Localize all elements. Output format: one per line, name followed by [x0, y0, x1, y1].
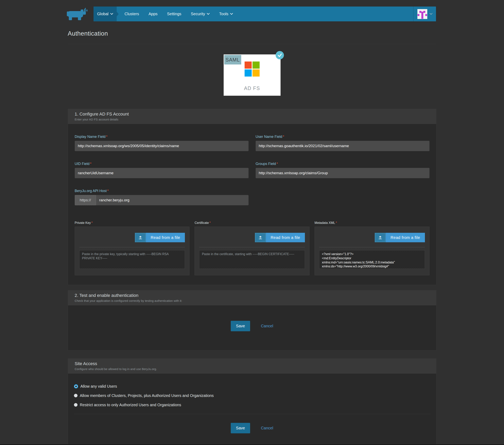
upload-icon — [255, 233, 266, 242]
required-marker: * — [91, 221, 92, 224]
chevron-down-icon — [230, 13, 233, 15]
metadata-xml-column: Metadata XML* Read from a file — [315, 221, 430, 275]
https-prefix-addon: https:// — [75, 195, 96, 205]
rancher-logo[interactable] — [67, 7, 88, 20]
nav-label: Settings — [167, 12, 181, 16]
radio-restrict-access[interactable]: Restrict access to only Authorized Users… — [74, 402, 430, 408]
required-marker: * — [283, 135, 284, 139]
user-name-input[interactable] — [256, 141, 430, 151]
ms-yellow-square — [252, 69, 260, 76]
metadata-xml-panel: Read from a file <?xml version="1.0"?> <… — [315, 227, 430, 275]
nav-item-settings[interactable]: Settings — [162, 6, 186, 21]
field-label: Private Key* — [75, 221, 93, 224]
radio-selected-icon — [74, 384, 78, 389]
metadata-xml-textarea[interactable]: <?xml version="1.0"?> <md:EntityDescript… — [319, 250, 425, 269]
read-from-file-button[interactable]: Read from a file — [135, 233, 185, 242]
section-header: 1. Configure AD FS Account Enter your AD… — [68, 109, 436, 124]
certificate-textarea[interactable] — [199, 250, 305, 269]
header: Global Clusters Apps Settings Security T… — [0, 0, 504, 21]
nav-item-clusters[interactable]: Clusters — [120, 6, 144, 21]
chevron-down-icon — [207, 13, 210, 15]
upload-icon — [375, 233, 386, 242]
nav-label: Clusters — [125, 12, 139, 16]
saml-badge: SAML — [224, 55, 241, 64]
panel-divider — [319, 247, 425, 247]
field-uid: UID Field* — [75, 162, 249, 178]
section-header: Site Access Configure who should be allo… — [68, 359, 436, 374]
provider-name: AD FS — [224, 85, 281, 91]
certificate-column: Certificate* Read from a file — [195, 221, 309, 275]
private-key-column: Private Key* Read from a file — [75, 221, 190, 275]
read-from-file-button[interactable]: Read from a file — [375, 233, 425, 242]
provider-card-row: SAML AD FS — [68, 54, 436, 96]
section-site-access: Site Access Configure who should be allo… — [68, 358, 436, 445]
ms-green-square — [252, 61, 260, 69]
panel-divider — [199, 247, 305, 247]
section-header: 2. Test and enable authentication Check … — [68, 290, 436, 305]
required-marker: * — [107, 189, 109, 193]
save-button[interactable]: Save — [231, 321, 250, 331]
required-marker: * — [336, 221, 337, 224]
radio-allow-members[interactable]: Allow members of Clusters, Projects, plu… — [74, 393, 430, 398]
radio-label: Allow members of Clusters, Projects, plu… — [80, 393, 214, 398]
section-title: 2. Test and enable authentication — [75, 293, 430, 298]
cancel-link[interactable]: Cancel — [261, 426, 273, 430]
read-from-file-button[interactable]: Read from a file — [255, 233, 305, 242]
section-configure-account: 1. Configure AD FS Account Enter your AD… — [68, 109, 436, 285]
identicon-icon — [417, 9, 427, 19]
provider-card-adfs[interactable]: SAML AD FS — [224, 54, 281, 96]
nav-item-tools[interactable]: Tools — [214, 6, 238, 21]
nav-label: Apps — [148, 12, 158, 16]
radio-icon — [74, 403, 77, 407]
nav-item-global[interactable]: Global — [93, 6, 117, 21]
read-from-file-label: Read from a file — [386, 233, 425, 242]
save-button[interactable]: Save — [231, 423, 250, 433]
field-groups: Groups Field* — [256, 162, 430, 178]
uid-input[interactable] — [75, 168, 249, 178]
read-from-file-label: Read from a file — [266, 233, 305, 242]
main-content: Authentication SAML AD FS 1. Configur — [68, 21, 436, 445]
user-avatar — [417, 9, 427, 19]
nav-active-notch — [117, 12, 119, 17]
chevron-down-icon — [430, 13, 432, 15]
field-label: User Name Field* — [256, 135, 430, 139]
cancel-link[interactable]: Cancel — [261, 324, 273, 328]
field-label: Metadata XML* — [315, 221, 337, 224]
field-label: Display Name Field* — [75, 135, 249, 139]
private-key-panel: Read from a file — [75, 227, 190, 275]
field-label: BeryJu.org API Host* — [75, 189, 249, 193]
form-grid: Display Name Field* User Name Field* UID… — [75, 135, 430, 178]
section-title: 1. Configure AD FS Account — [75, 111, 430, 117]
title-divider — [68, 44, 436, 44]
section-test-enable: 2. Test and enable authentication Check … — [68, 290, 436, 351]
ms-red-square — [245, 61, 252, 69]
field-label: Certificate* — [195, 221, 211, 224]
field-label: Groups Field* — [256, 162, 430, 166]
section-body: Allow any valid Users Allow members of C… — [68, 374, 436, 445]
page: Global Clusters Apps Settings Security T… — [0, 0, 504, 445]
field-label: UID Field* — [75, 162, 249, 166]
field-api-host: BeryJu.org API Host* https:// — [75, 189, 249, 205]
top-nav: Global Clusters Apps Settings Security T… — [93, 6, 436, 21]
nav-item-security[interactable]: Security — [186, 6, 214, 21]
groups-input[interactable] — [256, 168, 430, 178]
microsoft-logo-icon — [245, 61, 260, 76]
section-subtitle: Configure who should be allowed to log i… — [75, 367, 430, 371]
user-menu[interactable] — [413, 6, 436, 21]
display-name-input[interactable] — [75, 141, 249, 151]
upload-icon — [135, 233, 146, 242]
selected-check-icon — [276, 51, 284, 59]
nav-item-apps[interactable]: Apps — [144, 6, 162, 21]
field-user-name: User Name Field* — [256, 135, 430, 151]
field-display-name: Display Name Field* — [75, 135, 249, 151]
required-marker: * — [106, 135, 108, 139]
radio-icon — [74, 394, 77, 397]
nav-label: Security — [191, 12, 205, 16]
required-marker: * — [277, 162, 278, 166]
api-host-input[interactable] — [96, 195, 249, 205]
radio-allow-any-valid-users[interactable]: Allow any valid Users — [74, 384, 430, 389]
radio-label: Restrict access to only Authorized Users… — [80, 403, 181, 407]
chevron-down-icon — [110, 13, 113, 15]
private-key-textarea[interactable] — [79, 250, 185, 269]
section-title: Site Access — [75, 361, 430, 366]
